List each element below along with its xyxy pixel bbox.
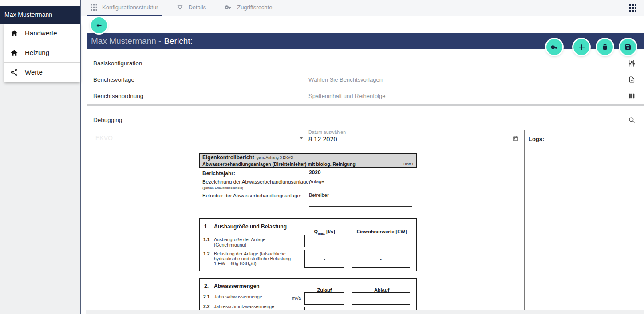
report-subtitle: Abwasserbehandlungsanlagen (Direkteinlei… bbox=[202, 161, 356, 167]
page-title-prefix: Max Mustermann - bbox=[91, 36, 161, 46]
row-number: 2.2 bbox=[203, 304, 210, 309]
tab-zugriffsrechte[interactable]: Zugriffsrechte bbox=[221, 0, 276, 16]
row-berichtsanordnung[interactable]: Berichtsanordnung Spalteninhalt und Reih… bbox=[87, 88, 644, 104]
tab-label: Zugriffsrechte bbox=[237, 4, 272, 11]
save-button[interactable] bbox=[620, 39, 636, 55]
debugging-section-header: Debugging bbox=[87, 112, 644, 128]
bottom-scroll-strip[interactable] bbox=[86, 310, 644, 314]
report-section-1: 1. Ausbaugröße und Belastung Qmax [l/s] … bbox=[199, 218, 417, 271]
add-button[interactable] bbox=[573, 39, 589, 55]
tab-bar: Konfigurationsstruktur Details Zugriffsr… bbox=[81, 0, 644, 16]
calendar-icon[interactable] bbox=[512, 135, 518, 141]
sidebar-menu: Handwerte Heizung Werte bbox=[4, 24, 80, 82]
field-value-berichtsjahr: 2020 bbox=[309, 169, 350, 177]
field-value-betreiber: Betreiber bbox=[309, 192, 412, 199]
sidebar-item-heizung[interactable]: Heizung bbox=[4, 43, 80, 63]
sidebar-item-label: Heizung bbox=[25, 49, 49, 56]
sidebar-item-label: Werte bbox=[25, 68, 43, 76]
value-box-qmax-1-1: - bbox=[304, 235, 344, 247]
delete-button[interactable] bbox=[597, 39, 613, 55]
date-picker-label: Datum auswählen bbox=[308, 130, 519, 135]
section-title: Ausbaugröße und Belastung bbox=[214, 224, 287, 230]
report-type-select[interactable]: EKVO bbox=[93, 133, 304, 143]
report-preview: Eigenkontrollbericht gem. Anhang 3 EKVO … bbox=[199, 153, 417, 314]
row-value: Wählen Sie Berichtsvorlagen bbox=[308, 76, 383, 83]
field-label-bezeichnung: Bezeichnung der Abwasserbehandlungsanlag… bbox=[202, 179, 310, 184]
row-text: 1 EW = 60g BSB₅/d) bbox=[214, 261, 257, 266]
value-box-ew-1-2: - bbox=[352, 250, 410, 268]
report-header-line1: Eigenkontrollbericht gem. Anhang 3 EKVO bbox=[200, 154, 416, 161]
apps-grid-icon[interactable] bbox=[629, 4, 636, 12]
share-icon bbox=[10, 68, 18, 76]
row-label: Basiskonfiguration bbox=[93, 60, 142, 67]
value-box-ew-1-1: - bbox=[352, 235, 410, 247]
divider bbox=[93, 146, 519, 146]
page-title: Bericht: bbox=[164, 36, 192, 46]
row-text: Jahresschmutzwassermenge bbox=[214, 304, 274, 309]
sidebar-top-strip bbox=[0, 0, 80, 6]
row-number: 1.1 bbox=[203, 237, 210, 242]
filter-icon bbox=[177, 4, 183, 11]
tab-details[interactable]: Details bbox=[173, 0, 209, 16]
sidebar-item-handwerte[interactable]: Handwerte bbox=[4, 24, 80, 43]
tab-label: Details bbox=[188, 4, 206, 11]
report-header-line2: Abwasserbehandlungsanlagen (Direkteinlei… bbox=[200, 161, 416, 167]
row-unit: m³/a bbox=[280, 296, 301, 301]
section-number: 2. bbox=[204, 283, 209, 289]
date-picker-field[interactable]: Datum auswählen 8.12.2020 bbox=[308, 130, 519, 143]
row-text: Ausbaugröße der Anlage bbox=[214, 237, 265, 242]
column-header-qmax: Qmax [l/s] bbox=[299, 229, 350, 236]
field-label-betreiber: Betreiber der Abwasserbehandlungsanlage: bbox=[202, 193, 301, 198]
row-basiskonfiguration[interactable]: Basiskonfiguration bbox=[87, 55, 644, 72]
section-divider bbox=[87, 104, 644, 106]
report-title-suffix: gem. Anhang 3 EKVO bbox=[257, 155, 293, 160]
home-icon bbox=[10, 29, 18, 37]
row-label: Berichtsvorlage bbox=[93, 76, 134, 83]
column-header-einwohnerwerte: Einwohnerwerte [EW] bbox=[351, 229, 413, 234]
report-title: Eigenkontrollbericht bbox=[202, 154, 254, 161]
value-box-ablauf-2-1: - bbox=[352, 292, 410, 305]
tune-icon bbox=[628, 59, 636, 67]
row-berichtsvorlage[interactable]: Berichtsvorlage Wählen Sie Berichtsvorla… bbox=[87, 71, 644, 88]
section-number: 1. bbox=[204, 224, 209, 230]
row-number: 1.2 bbox=[203, 251, 210, 256]
tab-label: Konfigurationsstruktur bbox=[102, 4, 158, 11]
search-icon[interactable] bbox=[628, 116, 636, 124]
report-section-2: 2. Abwassermengen Zulauf Ablauf 2.1 Jahr… bbox=[199, 278, 417, 314]
key-icon bbox=[225, 4, 232, 11]
logs-panel-divider bbox=[524, 130, 525, 314]
value-box-qmax-1-2: - bbox=[304, 250, 344, 268]
row-label: Berichtsanordnung bbox=[93, 93, 143, 99]
chevron-down-icon bbox=[300, 137, 303, 139]
back-button[interactable] bbox=[91, 17, 107, 33]
report-header: Eigenkontrollbericht gem. Anhang 3 EKVO … bbox=[199, 153, 417, 168]
value-box-zulauf-2-1: - bbox=[304, 292, 344, 305]
grid-icon bbox=[91, 4, 97, 11]
row-number: 2.1 bbox=[203, 294, 210, 299]
logs-label: Logs: bbox=[529, 136, 544, 142]
sidebar-divider bbox=[80, 0, 81, 314]
field-value-bezeichnung: Anlage bbox=[309, 179, 412, 185]
columns-icon bbox=[628, 92, 636, 100]
tab-konfigurationsstruktur[interactable]: Konfigurationsstruktur bbox=[87, 0, 162, 16]
sidebar-item-werte[interactable]: Werte bbox=[4, 63, 80, 82]
blank-write-line bbox=[309, 212, 412, 212]
report-sheet-number: Blatt 1 bbox=[403, 162, 414, 166]
blank-write-line bbox=[309, 206, 412, 207]
divider bbox=[0, 2, 80, 2]
sidebar-user-name: Max Mustermann bbox=[4, 11, 52, 18]
row-text: (Genehmigung) bbox=[214, 242, 246, 247]
sidebar-item-label: Handwerte bbox=[25, 29, 57, 37]
sidebar-user-header: Max Mustermann bbox=[0, 6, 80, 24]
row-text: Jahresabwassermenge bbox=[214, 294, 262, 299]
field-sublabel-bezeichnung: (gemäß Erlaubnisbescheid) bbox=[202, 186, 243, 190]
select-value: EKVO bbox=[93, 133, 304, 143]
access-key-button[interactable] bbox=[546, 39, 562, 55]
section-title: Abwassermengen bbox=[214, 283, 260, 289]
home-icon bbox=[10, 49, 18, 57]
debugging-label: Debugging bbox=[93, 117, 122, 123]
row-value: Spalteninhalt und Reihenfolge bbox=[308, 93, 385, 99]
field-label-berichtsjahr: Berichtsjahr: bbox=[202, 170, 235, 177]
app-root: Max Mustermann Handwerte Heizung Werte bbox=[0, 0, 644, 314]
date-picker-value: 8.12.2020 bbox=[308, 136, 519, 143]
